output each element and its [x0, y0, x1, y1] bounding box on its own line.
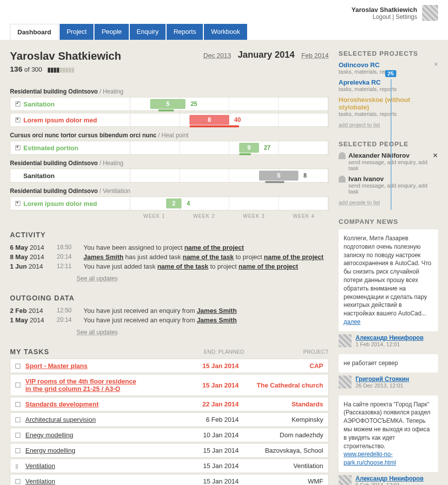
selected-people-heading: SELECTED PEOPLE	[339, 140, 438, 148]
project-item[interactable]: Horoshevskoe (without stylobate) tasks, …	[339, 96, 438, 117]
logout-link[interactable]: Logout	[372, 13, 391, 20]
news-author: Григорий Стоякин26 Dec 2013, 12:01	[339, 376, 438, 388]
task-name[interactable]: Energy modelling	[25, 447, 179, 454]
author-link[interactable]: Александр Никифоров	[356, 334, 424, 341]
tab-reports[interactable]: Reports	[167, 24, 203, 40]
checkbox[interactable]	[15, 402, 20, 407]
task-project: WMF	[239, 478, 323, 485]
news-card: не работает сервер	[339, 354, 438, 373]
checkbox[interactable]	[15, 364, 20, 369]
task-project: Dom nadezhdy	[239, 431, 323, 439]
gantt-row[interactable]: Lorem ipsum dolor med 2 4	[10, 196, 329, 210]
month-current: January 2014	[238, 50, 294, 60]
checkbox[interactable]	[15, 433, 20, 438]
news-card: На сайте проекта "Город Парк" (Рассказов…	[339, 395, 438, 472]
tab-enquiry[interactable]: Enquiry	[130, 24, 166, 40]
week-labels: WEEK 1 WEEK 2 WEEK 3 WEEK 4	[129, 213, 329, 219]
remove-icon[interactable]: ✕	[433, 152, 438, 159]
activity-row: 8 May 2014 20:14 James Smith has just ad…	[10, 253, 329, 261]
task-project: Bazovskaya, School	[239, 447, 323, 454]
avatar[interactable]	[339, 334, 352, 347]
remove-icon[interactable]: ✕	[434, 61, 438, 68]
outgoing-heading: OUTGOING DATA	[10, 294, 329, 302]
add-project-link[interactable]: add project to list	[339, 122, 380, 128]
tab-people[interactable]: People	[94, 24, 128, 40]
tasks-header: MY TASKS END: PLANNED PROJECT	[10, 348, 329, 356]
see-all-outgoing[interactable]: See all updates	[77, 329, 118, 336]
task-row[interactable]: Standards development22 Jan 2014Standard…	[10, 397, 329, 411]
task-name[interactable]: Sport - Master plans	[25, 362, 179, 370]
person-icon	[339, 152, 346, 159]
task-row[interactable]: VIP rooms of the 4th floor residence in …	[10, 374, 329, 396]
task-project: The Cathedral church	[239, 382, 323, 389]
checkbox[interactable]	[15, 448, 20, 453]
task-date: 10 Jan 2014	[179, 431, 239, 439]
activity-row: 1 Jun 2014 12:11 You have just added tas…	[10, 263, 329, 270]
gantt-row[interactable]: Lorem ipsum dolor med 8 40	[10, 113, 329, 127]
news-author: Александр Никифоров1 Feb 2014, 12:01	[339, 334, 438, 347]
pause-icon[interactable]: ||	[15, 464, 20, 469]
project-item[interactable]: Aprelevka RC tasks, materials, reports	[339, 79, 438, 92]
more-link[interactable]: далее	[344, 318, 360, 325]
task-date: 15 Jan 2014	[179, 362, 239, 370]
task-project: CAP	[239, 362, 323, 370]
task-project: Standards	[239, 400, 323, 408]
see-all-activity[interactable]: See all updates	[77, 275, 118, 282]
news-card: Коллеги, Митя Лазарев подготовил очень п…	[339, 229, 438, 331]
tab-project[interactable]: Project	[60, 24, 93, 40]
main-tabs: Dashboard Project People Enquiry Reports…	[10, 24, 438, 40]
month-next[interactable]: Feb 2014	[301, 52, 329, 59]
task-date: 15 Jan 2014	[179, 447, 239, 454]
outgoing-row: 1 May 2014 20:14 You have just received …	[10, 316, 329, 324]
task-row[interactable]: Architectural supervision6 Feb 2014Kempi…	[10, 412, 329, 427]
task-name[interactable]: Ventilation	[25, 462, 179, 470]
task-row[interactable]: Enegy modelling10 Jan 2014Dom nadezhdy	[10, 428, 329, 442]
month-prev[interactable]: Dec 2013	[203, 52, 231, 59]
gantt-row[interactable]: Sanitation 5 8	[10, 169, 329, 183]
task-date: 6 Feb 2014	[179, 416, 239, 423]
tab-dashboard[interactable]: Dashboard	[10, 24, 59, 40]
author-link[interactable]: Григорий Стоякин	[356, 376, 409, 383]
people-item[interactable]: Alexander Nikiforov send message, add en…	[339, 152, 438, 171]
avatar[interactable]	[422, 5, 438, 21]
chevron-down-icon	[15, 201, 20, 206]
gantt-row[interactable]: Sanitation 5 25	[10, 97, 329, 111]
task-name[interactable]: Architectural supervision	[25, 416, 179, 423]
task-date: 15 Jan 2014	[179, 382, 239, 389]
avatar[interactable]	[339, 376, 352, 388]
task-row[interactable]: Energy modelling15 Jan 2014Bazovskaya, S…	[10, 443, 329, 458]
tab-workbook[interactable]: Workbook	[204, 24, 247, 40]
gantt-chart: 25 Residential building Odintsovo / Heat…	[10, 88, 329, 219]
people-item[interactable]: Ivan Ivanov send message, add enquiry, a…	[339, 175, 438, 194]
author-link[interactable]: Александр Никифоров	[356, 475, 424, 482]
task-row[interactable]: ||Ventilation15 Jan 2014Ventilation	[10, 459, 329, 473]
task-name[interactable]: Enegy modelling	[25, 431, 179, 439]
header-username: Yaroslav Shatkiewich	[352, 6, 417, 13]
checkbox[interactable]	[15, 417, 20, 422]
checkbox[interactable]	[15, 479, 20, 484]
gantt-section-head: Residential building Odintsovo / Ventila…	[10, 188, 329, 194]
task-row[interactable]: Sport - Master plans15 Jan 2014CAP	[10, 359, 329, 373]
checkbox[interactable]	[15, 383, 20, 388]
person-icon	[339, 176, 346, 183]
task-name[interactable]: VIP rooms of the 4th floor residence in …	[25, 378, 179, 392]
news-author: Александр Никифоров6 Feb 2014, 12:01	[339, 475, 438, 485]
chevron-down-icon	[15, 117, 20, 122]
avatar[interactable]	[339, 475, 352, 485]
task-date: 15 Jan 2014	[179, 478, 239, 485]
task-name[interactable]: Standards development	[25, 400, 179, 408]
activity-heading: ACTIVITY	[10, 231, 329, 239]
selected-projects-heading: SELECTED PROJECTS	[339, 50, 438, 57]
news-link[interactable]: www.peredelki-no-park.ru/choose.html	[344, 451, 396, 466]
check-icon	[15, 101, 20, 106]
outgoing-row: 2 Feb 2014 12:50 You have just received …	[10, 307, 329, 314]
task-project: Ventilation	[239, 462, 323, 470]
task-row[interactable]: Ventilation15 Jan 2014WMF	[10, 474, 329, 485]
add-people-link[interactable]: add people to list	[339, 199, 380, 205]
settings-link[interactable]: Settings	[396, 13, 417, 20]
task-date: 22 Jan 2014	[179, 400, 239, 408]
month-nav: Dec 2013 January 2014 Feb 2014	[203, 50, 329, 60]
task-name[interactable]: Ventilation	[25, 478, 179, 485]
task-date: 15 Jan 2014	[179, 462, 239, 470]
gantt-row[interactable]: Estimated portion 9 27	[10, 141, 329, 155]
